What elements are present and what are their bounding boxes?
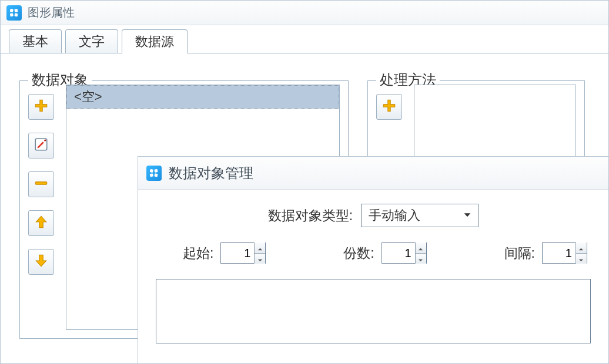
- start-down[interactable]: [255, 253, 265, 264]
- plus-icon: [382, 98, 397, 116]
- start-field: 起始:: [183, 242, 266, 264]
- tab-text-label: 文字: [79, 33, 105, 50]
- svg-rect-7: [154, 168, 158, 172]
- copies-spin: [382, 242, 427, 264]
- remove-button[interactable]: [28, 171, 54, 197]
- add-button[interactable]: [28, 94, 54, 120]
- svg-rect-5: [35, 182, 47, 184]
- dialog-title: 数据对象管理: [169, 164, 253, 183]
- tab-text[interactable]: 文字: [65, 29, 118, 53]
- list-item-label: <空>: [74, 88, 102, 106]
- gap-input[interactable]: [543, 243, 575, 263]
- type-label: 数据对象类型:: [268, 207, 353, 225]
- svg-rect-2: [10, 13, 14, 16]
- caret-down-icon: [418, 251, 423, 267]
- minus-icon: [34, 176, 49, 193]
- app-icon: [146, 166, 162, 181]
- type-combo-value: 手动输入: [369, 207, 420, 224]
- pencil-icon: [34, 137, 49, 154]
- copies-down[interactable]: [416, 253, 426, 264]
- copies-field: 份数:: [343, 242, 426, 264]
- dialog-titlebar: 数据对象管理: [138, 157, 608, 190]
- caret-down-icon: [257, 251, 263, 267]
- start-input[interactable]: [221, 243, 254, 263]
- arrow-down-icon: [34, 253, 49, 271]
- svg-rect-9: [154, 173, 158, 177]
- svg-rect-0: [10, 8, 14, 12]
- data-object-dialog: 数据对象管理 数据对象类型: 手动输入 起始:: [138, 156, 609, 364]
- svg-rect-1: [14, 8, 18, 12]
- proc-toolbar: [376, 94, 402, 120]
- tab-basic-label: 基本: [22, 33, 48, 50]
- svg-rect-8: [150, 173, 153, 177]
- tabstrip: 基本 文字 数据源: [1, 25, 608, 53]
- gap-label: 间隔:: [504, 244, 535, 262]
- copies-label: 份数:: [343, 244, 374, 262]
- edit-button[interactable]: [28, 133, 54, 159]
- gap-down[interactable]: [576, 253, 587, 264]
- caret-down-icon: [578, 251, 584, 267]
- arrow-up-icon: [34, 214, 49, 232]
- list-item[interactable]: <空>: [66, 85, 339, 109]
- gap-field: 间隔:: [504, 242, 587, 264]
- tab-datasource[interactable]: 数据源: [122, 29, 188, 53]
- content-textarea[interactable]: [156, 279, 591, 343]
- data-toolbar: [28, 94, 54, 275]
- window-title: 图形属性: [28, 5, 75, 21]
- row-numbers: 起始: 份数:: [156, 242, 591, 264]
- chevron-down-icon: [463, 208, 472, 223]
- move-up-button[interactable]: [28, 210, 54, 236]
- app-icon: [6, 5, 22, 21]
- tab-basic[interactable]: 基本: [9, 29, 62, 53]
- svg-rect-6: [150, 168, 153, 172]
- type-combo[interactable]: 手动输入: [361, 204, 478, 227]
- tab-datasource-label: 数据源: [135, 33, 174, 50]
- main-titlebar: 图形属性: [1, 1, 608, 25]
- gap-spin: [542, 242, 587, 264]
- copies-input[interactable]: [382, 243, 415, 263]
- move-down-button[interactable]: [28, 249, 54, 275]
- dialog-body: 数据对象类型: 手动输入 起始: 份数:: [138, 190, 608, 355]
- proc-add-button[interactable]: [376, 94, 402, 120]
- start-label: 起始:: [183, 244, 213, 262]
- plus-icon: [34, 98, 49, 116]
- start-spin: [220, 242, 266, 264]
- svg-rect-3: [14, 13, 18, 16]
- row-type: 数据对象类型: 手动输入: [156, 204, 591, 227]
